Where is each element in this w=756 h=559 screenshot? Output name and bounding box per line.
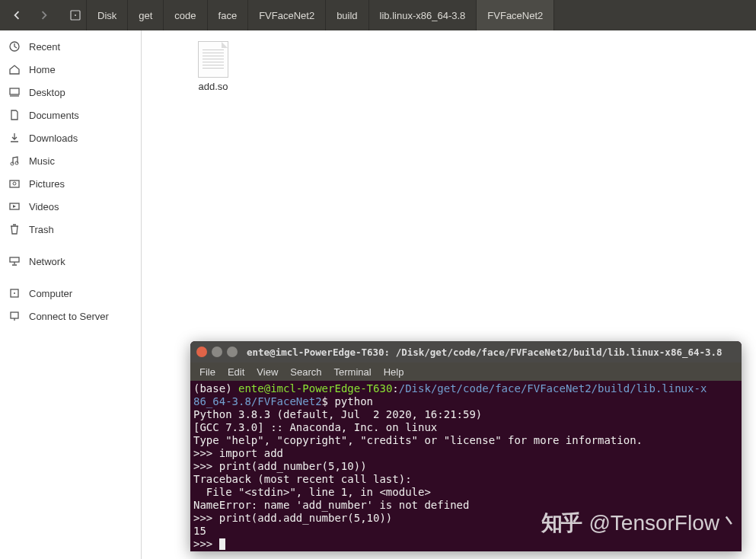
sidebar-item-connect-server[interactable]: Connect to Server: [0, 305, 141, 327]
svg-rect-6: [10, 180, 19, 187]
svg-point-7: [13, 182, 16, 185]
breadcrumb-item-fvfacenet2-2[interactable]: FVFaceNet2: [477, 0, 554, 30]
breadcrumb: Disk get code face FVFaceNet2 build lib.…: [87, 0, 554, 30]
chevron-right-icon: [40, 11, 49, 20]
sidebar-item-label: Downloads: [29, 133, 78, 144]
toolbar: Disk get code face FVFaceNet2 build lib.…: [0, 0, 756, 30]
sidebar-item-label: Home: [29, 64, 56, 75]
home-icon: [8, 62, 21, 76]
server-icon: [8, 309, 21, 323]
svg-rect-3: [10, 88, 19, 94]
sidebar-item-label: Network: [29, 256, 65, 267]
nav-back-button[interactable]: [3, 0, 30, 30]
menu-help[interactable]: Help: [378, 365, 410, 379]
sidebar: Recent Home Desktop Documents Downloads …: [0, 30, 142, 559]
breadcrumb-item-build[interactable]: build: [326, 0, 368, 30]
breadcrumb-item-get[interactable]: get: [128, 0, 164, 30]
sidebar-item-label: Documents: [29, 110, 79, 121]
terminal-window: ente@imcl-PowerEdge-T630: /Disk/get/code…: [190, 341, 742, 551]
svg-rect-9: [10, 257, 19, 262]
terminal-title: ente@imcl-PowerEdge-T630: /Disk/get/code…: [247, 347, 723, 358]
sidebar-item-home[interactable]: Home: [0, 58, 141, 81]
network-icon: [8, 254, 21, 268]
clock-icon: [8, 40, 21, 53]
window-close-button[interactable]: [196, 347, 207, 357]
breadcrumb-item-disk[interactable]: Disk: [87, 0, 128, 30]
svg-point-1: [75, 14, 76, 16]
sidebar-item-label: Computer: [29, 288, 72, 299]
sidebar-item-label: Connect to Server: [29, 311, 109, 322]
sidebar-item-network[interactable]: Network: [0, 250, 141, 273]
svg-point-11: [14, 292, 15, 294]
sidebar-item-pictures[interactable]: Pictures: [0, 172, 141, 195]
menu-search[interactable]: Search: [284, 365, 327, 379]
breadcrumb-item-code[interactable]: code: [164, 0, 207, 30]
menu-file[interactable]: File: [193, 365, 222, 379]
menu-view[interactable]: View: [250, 365, 284, 379]
drive-icon[interactable]: [64, 0, 87, 30]
window-minimize-button[interactable]: [212, 347, 222, 357]
file-icon: [198, 41, 228, 78]
sidebar-item-recent[interactable]: Recent: [0, 35, 141, 58]
sidebar-item-label: Desktop: [29, 87, 65, 98]
sidebar-item-label: Videos: [29, 201, 59, 212]
sidebar-item-label: Recent: [29, 41, 60, 53]
sidebar-item-label: Pictures: [29, 178, 65, 190]
nav-forward-button[interactable]: [30, 0, 58, 30]
window-maximize-button[interactable]: [227, 347, 238, 357]
cursor-icon: [219, 538, 225, 550]
sidebar-item-downloads[interactable]: Downloads: [0, 126, 141, 149]
svg-rect-12: [11, 312, 18, 318]
trash-icon: [8, 222, 21, 236]
downloads-icon: [8, 131, 21, 145]
sidebar-item-label: Music: [29, 155, 55, 167]
menu-edit[interactable]: Edit: [222, 365, 250, 379]
breadcrumb-item-fvfacenet2-1[interactable]: FVFaceNet2: [248, 0, 326, 30]
computer-icon: [8, 286, 21, 300]
terminal-menubar: File Edit View Search Terminal Help: [190, 363, 742, 381]
terminal-titlebar[interactable]: ente@imcl-PowerEdge-T630: /Disk/get/code…: [190, 341, 742, 363]
sidebar-item-desktop[interactable]: Desktop: [0, 81, 141, 104]
desktop-icon: [8, 85, 21, 99]
sidebar-item-documents[interactable]: Documents: [0, 104, 141, 126]
music-icon: [8, 154, 21, 168]
sidebar-item-trash[interactable]: Trash: [0, 218, 141, 241]
menu-terminal[interactable]: Terminal: [328, 365, 378, 379]
file-label: add.so: [198, 81, 228, 92]
sidebar-item-label: Trash: [29, 224, 54, 235]
sidebar-item-music[interactable]: Music: [0, 149, 141, 172]
file-item-add-so[interactable]: add.so: [179, 41, 247, 92]
chevron-left-icon: [12, 11, 21, 20]
breadcrumb-item-face[interactable]: face: [208, 0, 249, 30]
breadcrumb-item-lib[interactable]: lib.linux-x86_64-3.8: [369, 0, 477, 30]
pictures-icon: [8, 177, 21, 190]
sidebar-item-videos[interactable]: Videos: [0, 195, 141, 218]
videos-icon: [8, 200, 21, 213]
sidebar-item-computer[interactable]: Computer: [0, 282, 141, 305]
documents-icon: [8, 108, 21, 122]
terminal-body[interactable]: (base) ente@imcl-PowerEdge-T630:/Disk/ge…: [190, 381, 742, 551]
